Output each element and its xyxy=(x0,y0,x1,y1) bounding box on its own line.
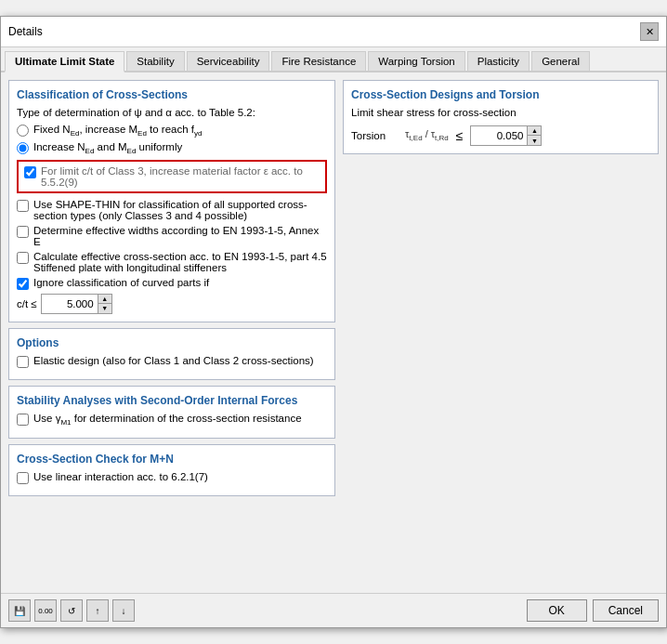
torsion-subtitle: Limit shear stress for cross-section xyxy=(351,107,650,118)
cb-limit-class3[interactable] xyxy=(24,166,36,178)
cb-limit-class3-row: For limit c/t of Class 3, increase mater… xyxy=(24,165,320,188)
cb-shape-thin[interactable] xyxy=(17,200,29,212)
import-icon-button[interactable]: ↓ xyxy=(112,599,135,622)
spinbox-ct-down[interactable]: ▼ xyxy=(98,304,111,313)
spinbox-torsion-down[interactable]: ▼ xyxy=(528,136,541,145)
cb-effective-widths[interactable] xyxy=(17,226,29,238)
cb-gamma-row: Use γM1 for determination of the cross-s… xyxy=(17,413,327,427)
cb-linear-interaction[interactable] xyxy=(17,472,29,484)
cb-elastic-design-row: Elastic design (also for Class 1 and Cla… xyxy=(17,355,327,368)
options-section: Options Elastic design (also for Class 1… xyxy=(8,328,335,380)
cb-ignore-curved-row: Ignore classification of curved parts if xyxy=(17,277,327,290)
crosssection-check-section: Cross-Section Check for M+N Use linear i… xyxy=(8,444,335,496)
tab-serviceability[interactable]: Serviceability xyxy=(187,51,270,71)
cb-ignore-curved-label: Ignore classification of curved parts if xyxy=(33,277,209,288)
export-icon-button[interactable]: ↑ xyxy=(86,599,109,622)
cb-linear-interaction-row: Use linear interaction acc. to 6.2.1(7) xyxy=(17,471,327,484)
radio-fixed-ned-label: Fixed NEd, increase MEd to reach fyd xyxy=(33,124,202,138)
cb-gamma-m1[interactable] xyxy=(17,414,29,426)
radio-increase-ned: Increase NEd and MEd uniformly xyxy=(17,141,327,155)
spinbox-torsion: ▲ ▼ xyxy=(470,125,542,146)
spinbox-ct-input[interactable] xyxy=(42,296,98,311)
cb-calculate-effective[interactable] xyxy=(17,252,29,264)
content-area: Classification of Cross-Sections Type of… xyxy=(1,72,666,593)
stability-section: Stability Analyses with Second-Order Int… xyxy=(8,386,335,439)
cb-limit-class3-label: For limit c/t of Class 3, increase mater… xyxy=(41,165,320,188)
ok-button[interactable]: OK xyxy=(527,599,587,622)
tab-plasticity[interactable]: Plasticity xyxy=(467,51,530,71)
cancel-button[interactable]: Cancel xyxy=(593,599,659,622)
torsion-section-title: Cross-Section Designs and Torsion xyxy=(351,88,650,101)
cb-linear-interaction-label: Use linear interaction acc. to 6.2.1(7) xyxy=(33,471,208,482)
torsion-lte: ≤ xyxy=(456,128,464,143)
spinbox-ct-up[interactable]: ▲ xyxy=(98,295,111,304)
spinbox-ct-prefix: c/t ≤ xyxy=(17,298,37,309)
classification-subtitle: Type of determination of ψ and α acc. to… xyxy=(17,107,327,118)
footer: 💾 0.00 ↺ ↑ ↓ OK Cancel xyxy=(1,593,666,627)
highlighted-checkbox-box: For limit c/t of Class 3, increase mater… xyxy=(17,160,327,193)
torsion-section: Cross-Section Designs and Torsion Limit … xyxy=(343,80,659,154)
tab-ultimate-limit-state[interactable]: Ultimate Limit State xyxy=(5,51,124,72)
spinbox-torsion-buttons: ▲ ▼ xyxy=(527,126,541,145)
radio-increase-ned-label: Increase NEd and MEd uniformly xyxy=(33,141,182,155)
spinbox-ct-row: c/t ≤ ▲ ▼ xyxy=(17,294,327,314)
crosssection-check-title: Cross-Section Check for M+N xyxy=(17,453,327,466)
radio-fixed-ned: Fixed NEd, increase MEd to reach fyd xyxy=(17,124,327,138)
classification-section: Classification of Cross-Sections Type of… xyxy=(8,80,335,322)
cb-effective-widths-label: Determine effective widths according to … xyxy=(33,225,327,247)
cb-shape-thin-row: Use SHAPE-THIN for classification of all… xyxy=(17,199,327,221)
cb-ignore-curved[interactable] xyxy=(17,278,29,290)
title-bar: Details ✕ xyxy=(1,17,666,47)
refresh-icon-button[interactable]: ↺ xyxy=(60,599,83,622)
radio-increase-ned-input[interactable] xyxy=(17,142,29,154)
spinbox-ct: ▲ ▼ xyxy=(41,294,112,314)
cb-elastic-design[interactable] xyxy=(17,356,29,368)
tab-stability[interactable]: Stability xyxy=(126,51,184,71)
cb-shape-thin-label: Use SHAPE-THIN for classification of all… xyxy=(33,199,327,221)
spinbox-ct-buttons: ▲ ▼ xyxy=(98,295,111,313)
stability-title: Stability Analyses with Second-Order Int… xyxy=(17,394,327,407)
tab-general[interactable]: General xyxy=(531,51,590,71)
close-button[interactable]: ✕ xyxy=(640,22,659,41)
classification-title: Classification of Cross-Sections xyxy=(17,88,327,101)
tab-warping-torsion[interactable]: Warping Torsion xyxy=(368,51,464,71)
options-title: Options xyxy=(17,336,327,349)
tab-bar: Ultimate Limit State Stability Serviceab… xyxy=(1,47,666,72)
spinbox-torsion-input[interactable] xyxy=(471,128,527,143)
details-dialog: Details ✕ Ultimate Limit State Stability… xyxy=(0,16,667,628)
value-icon-button[interactable]: 0.00 xyxy=(34,599,57,622)
torsion-formula: τt,Ed / τt,Rd xyxy=(405,128,449,142)
cb-gamma-m1-label: Use γM1 for determination of the cross-s… xyxy=(33,413,302,427)
radio-fixed-ned-input[interactable] xyxy=(17,125,29,137)
disk-icon-button[interactable]: 💾 xyxy=(8,599,31,622)
torsion-label: Torsion xyxy=(351,130,398,141)
spinbox-torsion-up[interactable]: ▲ xyxy=(528,126,541,136)
torsion-row: Torsion τt,Ed / τt,Rd ≤ ▲ ▼ xyxy=(351,125,650,146)
cb-effective-widths-row: Determine effective widths according to … xyxy=(17,225,327,247)
right-panel: Cross-Section Designs and Torsion Limit … xyxy=(343,80,659,585)
footer-icons: 💾 0.00 ↺ ↑ ↓ xyxy=(8,599,135,622)
dialog-title: Details xyxy=(8,25,43,38)
cb-calculate-effective-label: Calculate effective cross-section acc. t… xyxy=(33,251,327,273)
tab-fire-resistance[interactable]: Fire Resistance xyxy=(271,51,366,71)
footer-buttons: OK Cancel xyxy=(527,599,659,622)
left-panel: Classification of Cross-Sections Type of… xyxy=(8,80,335,585)
cb-calculate-eff-row: Calculate effective cross-section acc. t… xyxy=(17,251,327,273)
cb-elastic-design-label: Elastic design (also for Class 1 and Cla… xyxy=(33,355,314,366)
